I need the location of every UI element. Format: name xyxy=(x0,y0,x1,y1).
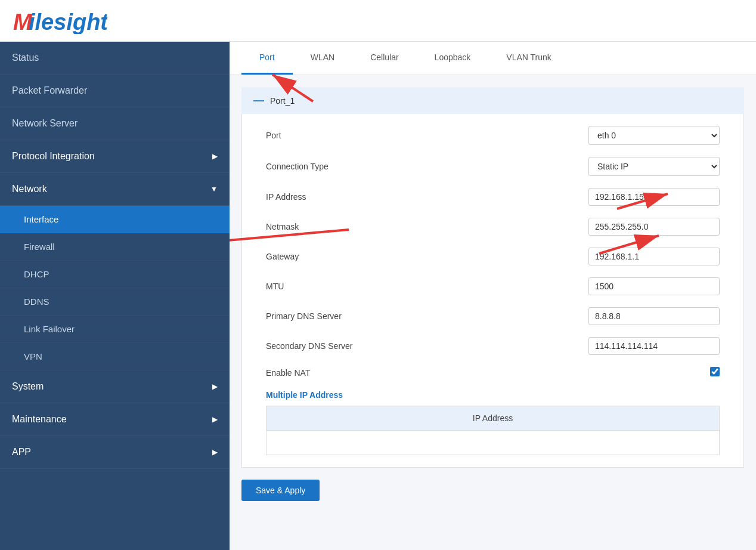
sidebar-item-ddns-label: DDNS xyxy=(24,296,49,307)
tabs-bar: Port WLAN Cellular Loopback VLAN Trunk xyxy=(230,42,756,75)
section-header-port1[interactable]: — Port_1 xyxy=(241,87,744,114)
control-port: eth 0 eth 1 xyxy=(588,126,720,145)
control-gateway xyxy=(588,248,720,265)
sidebar-item-network-label: Network xyxy=(12,184,47,194)
checkbox-enable-nat[interactable] xyxy=(710,367,720,376)
header: M ilesight xyxy=(0,0,756,42)
sidebar: Status Packet Forwarder Network Server P… xyxy=(0,42,230,550)
sidebar-item-maintenance-label: Maintenance xyxy=(12,414,67,425)
form-container: — Port_1 Port eth 0 eth 1 C xyxy=(230,75,756,513)
input-secondary-dns[interactable] xyxy=(588,337,720,355)
chevron-right-icon-system: ▶ xyxy=(212,382,218,391)
tab-loopback[interactable]: Loopback xyxy=(417,42,489,75)
sidebar-item-protocol-integration[interactable]: Protocol Integration ▶ xyxy=(0,140,230,173)
sidebar-item-packet-forwarder-label: Packet Forwarder xyxy=(12,85,87,96)
svg-text:ilesight: ilesight xyxy=(29,10,107,34)
control-netmask xyxy=(588,218,720,236)
sidebar-item-dhcp[interactable]: DHCP xyxy=(0,261,230,288)
logo: M ilesight xyxy=(12,7,107,34)
sidebar-item-maintenance[interactable]: Maintenance ▶ xyxy=(0,403,230,436)
form-row-enable-nat: Enable NAT xyxy=(266,367,720,378)
select-port[interactable]: eth 0 eth 1 xyxy=(588,126,720,145)
sidebar-item-status-label: Status xyxy=(12,52,39,63)
label-secondary-dns: Secondary DNS Server xyxy=(266,341,445,351)
sidebar-item-firewall[interactable]: Firewall xyxy=(0,233,230,261)
sidebar-item-vpn[interactable]: VPN xyxy=(0,343,230,370)
chevron-right-icon-app: ▶ xyxy=(212,448,218,456)
sidebar-item-link-failover-label: Link Failover xyxy=(24,324,75,334)
sidebar-item-dhcp-label: DHCP xyxy=(24,269,49,279)
form-body: Port eth 0 eth 1 Connection Type Static … xyxy=(241,114,744,468)
form-row-netmask: Netmask xyxy=(266,218,720,236)
chevron-right-icon: ▶ xyxy=(212,152,218,160)
sidebar-item-firewall-label: Firewall xyxy=(24,242,55,252)
sidebar-item-network[interactable]: Network ▼ xyxy=(0,173,230,206)
form-row-secondary-dns: Secondary DNS Server xyxy=(266,337,720,355)
sidebar-item-app[interactable]: APP ▶ xyxy=(0,436,230,469)
tab-port[interactable]: Port xyxy=(241,42,293,75)
sidebar-item-link-failover[interactable]: Link Failover xyxy=(0,316,230,343)
chevron-right-icon-maintenance: ▶ xyxy=(212,415,218,424)
chevron-down-icon: ▼ xyxy=(210,185,218,193)
form-row-mtu: MTU xyxy=(266,277,720,295)
form-row-primary-dns: Primary DNS Server xyxy=(266,307,720,325)
sidebar-item-interface-label: Interface xyxy=(24,214,58,224)
ip-address-table: IP Address xyxy=(266,406,720,455)
form-row-gateway: Gateway xyxy=(266,248,720,265)
sidebar-item-ddns[interactable]: DDNS xyxy=(0,288,230,316)
input-primary-dns[interactable] xyxy=(588,307,720,325)
section-title-port1: Port_1 xyxy=(270,96,295,106)
label-mtu: MTU xyxy=(266,282,445,291)
sidebar-item-protocol-integration-label: Protocol Integration xyxy=(12,151,95,162)
input-ip-address[interactable] xyxy=(588,188,720,206)
input-netmask[interactable] xyxy=(588,218,720,236)
sidebar-item-network-server-label: Network Server xyxy=(12,118,78,129)
label-gateway: Gateway xyxy=(266,252,445,261)
input-mtu[interactable] xyxy=(588,277,720,295)
sidebar-item-interface[interactable]: Interface xyxy=(0,206,230,233)
label-netmask: Netmask xyxy=(266,222,445,231)
sidebar-item-network-server[interactable]: Network Server xyxy=(0,107,230,140)
save-apply-button[interactable]: Save & Apply xyxy=(241,480,320,501)
form-row-ip-address: IP Address xyxy=(266,188,720,206)
tab-wlan[interactable]: WLAN xyxy=(293,42,352,75)
collapse-icon: — xyxy=(253,94,264,107)
sidebar-item-app-label: APP xyxy=(12,447,31,458)
control-secondary-dns xyxy=(588,337,720,355)
label-connection-type: Connection Type xyxy=(266,162,445,171)
label-port: Port xyxy=(266,131,445,140)
label-enable-nat: Enable NAT xyxy=(266,368,445,378)
label-ip-address: IP Address xyxy=(266,192,445,202)
multiple-ip-label: Multiple IP Address xyxy=(266,390,720,400)
control-connection-type: Static IP DHCP PPPoE xyxy=(588,157,720,176)
table-cell-empty xyxy=(267,431,720,455)
tab-vlan-trunk[interactable]: VLAN Trunk xyxy=(488,42,569,75)
sidebar-item-vpn-label: VPN xyxy=(24,351,42,361)
ip-table-header: IP Address xyxy=(267,406,720,431)
main-layout: Status Packet Forwarder Network Server P… xyxy=(0,42,756,550)
control-mtu xyxy=(588,277,720,295)
logo-svg: M ilesight xyxy=(12,7,107,34)
control-primary-dns xyxy=(588,307,720,325)
control-ip-address xyxy=(588,188,720,206)
content-area: Port WLAN Cellular Loopback VLAN Trunk —… xyxy=(230,42,756,550)
form-row-port: Port eth 0 eth 1 xyxy=(266,126,720,145)
select-connection-type[interactable]: Static IP DHCP PPPoE xyxy=(588,157,720,176)
input-gateway[interactable] xyxy=(588,248,720,265)
sidebar-item-system-label: System xyxy=(12,381,44,392)
sidebar-item-packet-forwarder[interactable]: Packet Forwarder xyxy=(0,75,230,107)
sidebar-item-system[interactable]: System ▶ xyxy=(0,370,230,403)
tab-cellular[interactable]: Cellular xyxy=(352,42,416,75)
sidebar-item-status[interactable]: Status xyxy=(0,42,230,75)
control-enable-nat xyxy=(710,367,720,378)
label-primary-dns: Primary DNS Server xyxy=(266,311,445,321)
form-row-connection-type: Connection Type Static IP DHCP PPPoE xyxy=(266,157,720,176)
table-row xyxy=(267,431,720,455)
